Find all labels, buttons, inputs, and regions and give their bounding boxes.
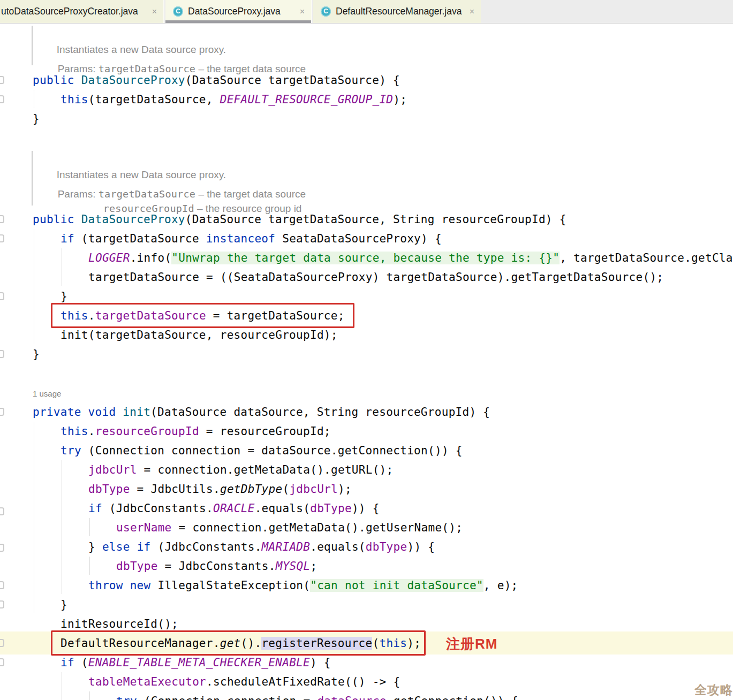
tab-autodatasourceproxycreator[interactable]: utoDataSourceProxyCreator.java × xyxy=(0,0,164,23)
code-line[interactable]: } xyxy=(61,287,67,306)
close-icon[interactable]: × xyxy=(152,7,157,17)
fold-marker-icon[interactable] xyxy=(0,350,4,358)
indent-guide xyxy=(89,691,90,700)
tab-datasourceproxy-active[interactable]: C DataSourceProxy.java × xyxy=(165,0,312,23)
tab-defaultresourcemanager[interactable]: C DefaultResourceManager.java × xyxy=(313,0,481,23)
close-icon[interactable]: × xyxy=(300,7,305,17)
indent-guide xyxy=(89,518,90,536)
indent-guide xyxy=(34,229,34,344)
javadoc-comment: Instantiates a new Data source proxy. Pa… xyxy=(32,26,406,65)
code-line[interactable]: LOGGER.info("Unwrap the target data sour… xyxy=(88,248,733,268)
code-line[interactable]: init(targetDataSource, resourceGroupId); xyxy=(61,325,338,345)
code-line[interactable]: DefaultResourceManager.get().registerRes… xyxy=(61,634,421,653)
fold-marker-icon[interactable] xyxy=(0,600,4,608)
fold-marker-icon[interactable] xyxy=(0,507,4,515)
indent-guide xyxy=(62,248,62,286)
javadoc-params-line: Params: targetDataSource – the target da… xyxy=(43,48,306,62)
code-line[interactable]: } xyxy=(33,345,40,364)
javadoc-params-line: Params: targetDataSource – the target da… xyxy=(43,173,306,187)
code-line[interactable]: public DataSourceProxy(DataSource target… xyxy=(33,210,566,229)
tab-label: DataSourceProxy.java xyxy=(188,6,281,17)
code-line[interactable]: userName = connection.getMetaData().getU… xyxy=(116,518,463,537)
tab-label: utoDataSourceProxyCreator.java xyxy=(1,6,138,17)
indent-guide xyxy=(89,557,90,575)
watermark: 全攻略 xyxy=(694,682,733,698)
javadoc-line: Instantiates a new Data source proxy. xyxy=(42,154,226,168)
tab-label: DefaultResourceManager.java xyxy=(336,6,462,17)
active-tab-underline xyxy=(165,20,311,23)
code-line[interactable]: throw new IllegalStateException("can not… xyxy=(88,576,518,595)
code-line[interactable]: if (JdbcConstants.ORACLE.equals(dbType))… xyxy=(88,499,380,518)
java-class-icon: C xyxy=(173,6,183,17)
code-line[interactable]: public DataSourceProxy(DataSource target… xyxy=(33,71,400,90)
code-line[interactable]: } else if (JdbcConstants.MARIADB.equals(… xyxy=(88,537,435,557)
code-line[interactable]: } xyxy=(61,595,67,614)
fold-marker-icon[interactable] xyxy=(0,215,4,223)
code-line[interactable]: this(targetDataSource, DEFAULT_RESOURCE_… xyxy=(61,90,407,109)
javadoc-line: Instantiates a new Data source proxy. xyxy=(42,29,226,43)
indent-guide xyxy=(62,460,62,594)
tab-bar: utoDataSourceProxyCreator.java × C DataS… xyxy=(0,0,733,24)
code-line[interactable]: try (Connection connection = dataSource.… xyxy=(61,441,463,460)
code-line[interactable]: dbType = JdbcUtils.getDbType(jdbcUrl); xyxy=(88,480,352,499)
fold-marker-icon[interactable] xyxy=(0,658,4,666)
fold-marker-icon[interactable] xyxy=(0,581,4,589)
code-editor[interactable]: Instantiates a new Data source proxy. Pa… xyxy=(0,0,733,700)
code-line[interactable]: private void init(DataSource dataSource,… xyxy=(33,402,490,422)
code-line[interactable]: } xyxy=(33,109,40,128)
fold-marker-icon[interactable] xyxy=(0,408,4,416)
annotation-register-rm: 注册RM xyxy=(446,635,497,653)
fold-marker-icon[interactable] xyxy=(0,76,4,84)
indent-guide xyxy=(34,422,34,613)
indent-guide xyxy=(62,672,62,700)
fold-marker-icon[interactable] xyxy=(0,292,4,300)
code-line[interactable]: dbType = JdbcConstants.MYSQL; xyxy=(116,557,317,576)
fold-marker-icon[interactable] xyxy=(0,544,4,552)
fold-marker-icon[interactable] xyxy=(0,234,4,242)
close-icon[interactable]: × xyxy=(470,7,474,17)
indent-guide xyxy=(34,90,34,108)
code-line[interactable]: 1 usage xyxy=(33,387,61,400)
code-line[interactable]: this.targetDataSource = targetDataSource… xyxy=(61,306,345,325)
code-line[interactable]: jdbcUrl = connection.getMetaData().getUR… xyxy=(88,460,394,480)
javadoc-params-line: resourceGroupId – the resource group id xyxy=(89,188,301,202)
code-line[interactable]: targetDataSource = ((SeataDataSourceProx… xyxy=(88,268,663,287)
code-line[interactable]: tableMetaExecutor.scheduleAtFixedRate(()… xyxy=(88,672,400,691)
java-class-icon: C xyxy=(321,6,331,17)
javadoc-comment: Instantiates a new Data source proxy. Pa… xyxy=(32,151,406,206)
code-line[interactable]: this.resourceGroupId = resourceGroupId; xyxy=(61,422,331,441)
code-line[interactable]: initResourceId(); xyxy=(61,614,178,634)
fold-marker-icon[interactable] xyxy=(0,639,4,647)
fold-marker-icon[interactable] xyxy=(0,95,4,103)
code-line[interactable]: if (targetDataSource instanceof SeataDat… xyxy=(61,229,442,248)
code-line[interactable]: if (ENABLE_TABLE_META_CHECKER_ENABLE) { xyxy=(61,653,331,672)
code-line[interactable]: try (Connection connection = dataSource.… xyxy=(116,691,518,700)
